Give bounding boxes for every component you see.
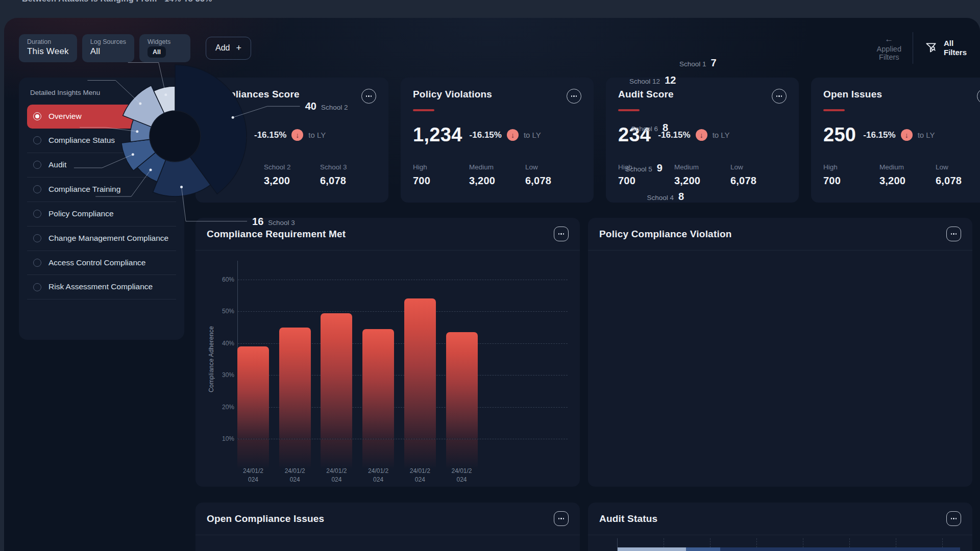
dashboard-panel: DurationThis WeekLog SourcesAllWidgetsAl… [4, 18, 980, 551]
ellipsis-menu-icon[interactable] [554, 511, 569, 526]
bar-5 [404, 298, 436, 439]
card-header: Audit Status [588, 503, 972, 535]
bar-reflection [362, 439, 394, 469]
card-header: Open Compliance Issues [195, 503, 580, 535]
y-axis-label: Compliance Adherence [208, 280, 215, 439]
sidebar-item-label: Risk Assessment Compliance [48, 282, 153, 292]
y-tick-label: 20% [212, 404, 234, 411]
bar-chart: Compliance Adherence 60%50%40%30%20%10%2… [195, 251, 580, 487]
x-tick-label: 24/01/2024 [272, 467, 318, 484]
scrolled-out-text: Between Attacks Is Ranging From - 14% To… [22, 0, 212, 4]
gridline [238, 311, 568, 312]
open-compliance-issues-card: Open Compliance Issues [195, 503, 580, 551]
audit-bar-segment-1 [618, 547, 686, 551]
x-tick-label: 24/01/2024 [313, 467, 359, 484]
x-tick-label: 24/01/2024 [439, 467, 485, 484]
y-tick-label: 60% [212, 276, 234, 283]
bar-reflection [321, 439, 352, 469]
bar-reflection [237, 439, 269, 469]
audit-bar-segment-3 [720, 547, 960, 551]
audit-status-card: Audit Status [588, 503, 972, 551]
ellipsis-menu-icon[interactable] [946, 511, 961, 526]
sidebar-item-access-control-compliance[interactable]: Access Control Compliance [27, 251, 176, 276]
bar-3 [321, 313, 352, 439]
y-tick-label: 40% [212, 340, 234, 347]
bottom-row: Open Compliance Issues Audit Status [195, 503, 972, 551]
bar-4 [362, 329, 394, 439]
card-title: Open Compliance Issues [207, 513, 324, 524]
bar-1 [237, 346, 269, 439]
charts-row: Compliance Requirement Met Compliance Ad… [195, 218, 972, 487]
card-title: Audit Status [599, 513, 657, 524]
radio-icon [33, 259, 41, 267]
bar-reflection [446, 439, 478, 469]
compliance-requirement-card: Compliance Requirement Met Compliance Ad… [195, 218, 580, 487]
radio-icon [33, 283, 41, 291]
bar-2 [279, 328, 311, 439]
sidebar-item-risk-assessment-compliance[interactable]: Risk Assessment Compliance [27, 275, 176, 299]
bar-reflection [279, 439, 311, 469]
audit-status-chart [588, 535, 972, 551]
policy-violation-card: Policy Compliance Violation 40School 216… [588, 218, 972, 487]
y-tick-label: 50% [212, 308, 234, 315]
y-tick-label: 30% [212, 371, 234, 379]
main-content: Compliances Score90%-16.15%↓to LYSchool … [195, 78, 972, 551]
bar-reflection [404, 439, 436, 469]
rose-pie-chart: 40School 216School 3School 48School 59Sc… [588, 218, 972, 254]
bar-6 [446, 332, 478, 439]
x-tick-label: 24/01/2024 [397, 467, 443, 484]
y-tick-label: 10% [212, 435, 234, 442]
gridline [238, 280, 568, 280]
x-tick-label: 24/01/2024 [355, 467, 401, 484]
audit-bar-segment-2 [686, 547, 720, 551]
audit-stacked-bar [618, 547, 960, 551]
sidebar-item-label: Access Control Compliance [48, 258, 145, 268]
x-tick-label: 24/01/2024 [230, 467, 276, 484]
